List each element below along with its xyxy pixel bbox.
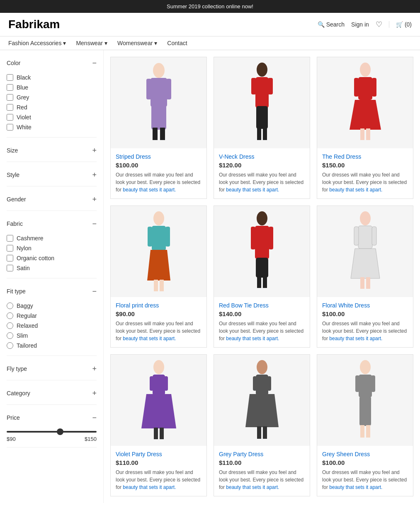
product-image[interactable] xyxy=(111,355,206,446)
fit-option-baggy[interactable]: Baggy xyxy=(7,301,97,311)
product-card: Violet Party Dress $110.00 Our dresses w… xyxy=(110,354,207,496)
filter-fly-type-header[interactable]: Fly type + xyxy=(7,363,97,375)
price-max: $150 xyxy=(85,436,97,442)
product-name[interactable]: V-Neck Dress xyxy=(219,153,305,160)
search-button[interactable]: 🔍 Search xyxy=(318,21,345,28)
color-option-black[interactable]: Black xyxy=(7,73,97,82)
navigation: Fashion Accessories ▾ Menswear ▾ Womensw… xyxy=(0,36,420,50)
svg-rect-54 xyxy=(257,426,261,439)
fit-option-relaxed[interactable]: Relaxed xyxy=(7,321,97,331)
filter-fabric-header[interactable]: Fabric − xyxy=(7,218,97,230)
product-name[interactable]: Grey Sheen Dress xyxy=(322,451,408,457)
search-label: Search xyxy=(326,21,345,28)
filter-fit-type: Fit type − Baggy Regular Relaxed Slim Ta… xyxy=(7,285,97,356)
color-checkbox-red[interactable] xyxy=(7,104,13,111)
color-option-violet[interactable]: Violet xyxy=(7,112,97,122)
color-checkbox-black[interactable] xyxy=(7,74,13,81)
nav-item-fashion-accessories[interactable]: Fashion Accessories ▾ xyxy=(8,40,66,46)
color-checkbox-blue[interactable] xyxy=(7,84,13,91)
color-checkbox-violet[interactable] xyxy=(7,114,13,121)
filter-category-header[interactable]: Category + xyxy=(7,387,97,399)
product-card: Grey Party Dress $110.00 Our dresses wil… xyxy=(214,354,310,496)
fit-option-regular[interactable]: Regular xyxy=(7,311,97,321)
fit-option-slim[interactable]: Slim xyxy=(7,331,97,341)
filter-fly-type: Fly type + xyxy=(7,363,97,380)
color-checkbox-white[interactable] xyxy=(7,124,13,131)
nav-menswear-label: Menswear xyxy=(76,40,103,46)
product-description: Our dresses will make you feel and look … xyxy=(322,320,408,342)
fit-radio-baggy[interactable] xyxy=(7,302,13,309)
product-name[interactable]: Floral White Dress xyxy=(322,302,408,309)
signin-button[interactable]: Sign in xyxy=(351,21,369,28)
logo[interactable]: Fabrikam xyxy=(8,18,318,31)
fabric-checkbox-nylon[interactable] xyxy=(7,245,13,252)
color-option-blue[interactable]: Blue xyxy=(7,82,97,92)
product-image[interactable] xyxy=(317,355,413,446)
nav-item-womenswear[interactable]: Womenswear ▾ xyxy=(117,40,157,46)
svg-rect-3 xyxy=(166,79,171,99)
svg-rect-15 xyxy=(358,77,372,100)
fabric-option-cashmere[interactable]: Cashmere xyxy=(7,233,97,243)
color-option-red[interactable]: Red xyxy=(7,102,97,112)
svg-rect-48 xyxy=(160,428,164,439)
product-image[interactable] xyxy=(214,355,310,446)
product-name[interactable]: Striped Dress xyxy=(116,153,202,160)
svg-rect-36 xyxy=(358,226,372,249)
fabric-option-organic-cotton[interactable]: Organic cotton xyxy=(7,253,97,263)
filter-style-header[interactable]: Style + xyxy=(7,169,97,181)
product-description: Our dresses will make you feel and look … xyxy=(116,320,202,342)
filter-gender-header[interactable]: Gender + xyxy=(7,193,97,206)
product-name[interactable]: Floral print dress xyxy=(116,302,202,309)
svg-rect-9 xyxy=(251,78,256,94)
filter-gender: Gender + xyxy=(7,193,97,211)
product-price: $100.00 xyxy=(322,310,408,317)
fabric-checkbox-cashmere[interactable] xyxy=(7,235,13,242)
product-image[interactable] xyxy=(111,206,206,297)
product-name[interactable]: Grey Party Dress xyxy=(219,451,305,457)
product-price: $120.00 xyxy=(219,162,305,169)
filter-size-header[interactable]: Size + xyxy=(7,144,97,157)
wishlist-button[interactable]: ♡ xyxy=(376,20,382,29)
filter-gender-label: Gender xyxy=(7,196,26,203)
svg-rect-58 xyxy=(355,375,359,392)
fabric-option-satin[interactable]: Satin xyxy=(7,263,97,273)
fit-radio-regular[interactable] xyxy=(7,312,13,319)
svg-rect-60 xyxy=(359,396,371,426)
fit-option-tailored[interactable]: Tailored xyxy=(7,341,97,351)
cart-button[interactable]: 🛒 (0) xyxy=(389,21,412,28)
nav-womenswear-label: Womenswear xyxy=(117,40,153,46)
product-price: $150.00 xyxy=(322,162,408,169)
svg-marker-18 xyxy=(350,100,381,130)
nav-item-menswear[interactable]: Menswear ▾ xyxy=(76,40,107,46)
product-image[interactable] xyxy=(214,57,310,148)
svg-rect-51 xyxy=(253,376,257,391)
filter-size-label: Size xyxy=(7,147,18,154)
svg-rect-1 xyxy=(151,78,167,107)
fabric-checkbox-organic-cotton[interactable] xyxy=(7,255,13,261)
color-option-grey[interactable]: Grey xyxy=(7,92,97,102)
fit-radio-relaxed[interactable] xyxy=(7,322,13,329)
price-slider[interactable] xyxy=(7,431,97,433)
filter-color-header[interactable]: Color − xyxy=(7,57,97,69)
filter-fit-type-header[interactable]: Fit type − xyxy=(7,285,97,297)
product-price: $110.00 xyxy=(116,459,202,466)
header: Fabrikam 🔍 Search Sign in ♡ 🛒 (0) xyxy=(0,13,420,36)
nav-item-contact[interactable]: Contact xyxy=(167,40,187,46)
svg-rect-59 xyxy=(371,375,375,392)
product-name[interactable]: Violet Party Dress xyxy=(116,451,202,457)
fit-radio-tailored[interactable] xyxy=(7,342,13,349)
product-image[interactable] xyxy=(317,206,413,297)
fabric-option-nylon[interactable]: Nylon xyxy=(7,243,97,253)
product-image[interactable] xyxy=(214,206,310,297)
fabric-checkbox-satin[interactable] xyxy=(7,265,13,271)
product-name[interactable]: Red Bow Tie Dress xyxy=(219,302,305,309)
filter-price-label: Price xyxy=(7,414,20,421)
color-option-white[interactable]: White xyxy=(7,122,97,132)
fit-radio-slim[interactable] xyxy=(7,332,13,339)
product-image[interactable] xyxy=(317,57,413,148)
product-image[interactable] xyxy=(111,57,206,148)
product-name[interactable]: The Red Dress xyxy=(322,153,408,160)
filter-price-header[interactable]: Price − xyxy=(7,411,97,424)
color-checkbox-grey[interactable] xyxy=(7,94,13,101)
product-grid: Striped Dress $100.00 Our dresses will m… xyxy=(104,50,420,503)
